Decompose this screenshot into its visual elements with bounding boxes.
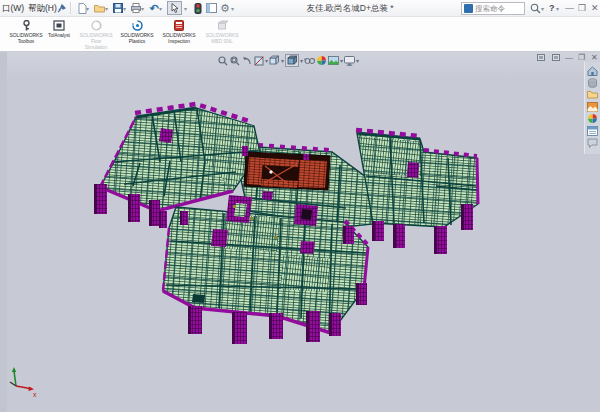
home-tab-icon[interactable] [587, 65, 599, 76]
zoom-area-icon[interactable] [229, 55, 240, 66]
custom-properties-tab-icon[interactable] [587, 125, 599, 136]
doc-minimize-button[interactable]: — [565, 53, 573, 62]
solidworks-window: 口(W) 帮助(H) ▾ ▾ ▾ ▾ ↶ ▾ ▾ ⚙ ▾ 友佳.欧尚 [0, 0, 600, 412]
view-orientation-icon[interactable] [269, 55, 280, 66]
cm-button-inspection[interactable]: SOLIDWORKSInspection [156, 19, 202, 50]
search-magnifier-icon[interactable] [529, 2, 541, 14]
select-tool-active[interactable] [167, 1, 182, 15]
edit-appearance-icon[interactable] [316, 55, 327, 66]
cm-button-solidworks-toolbox[interactable]: SOLIDWORKSToolbox [5, 19, 47, 50]
solidworks-search-icon [464, 4, 473, 13]
view-settings-icon[interactable] [344, 55, 355, 66]
previous-view-icon[interactable] [241, 55, 252, 66]
forum-tab-icon[interactable] [587, 137, 599, 148]
menu-window[interactable]: 口(W) [2, 3, 24, 15]
open-file-icon[interactable] [93, 2, 105, 14]
cm-button-tolanalyst[interactable]: TolAnalyst [42, 19, 76, 50]
minimize-button[interactable]: — [565, 3, 574, 13]
tolanalyst-icon [42, 19, 76, 31]
coordinate-triad: x [6, 364, 46, 398]
toolbar-separator [70, 2, 71, 14]
section-view-icon[interactable] [253, 55, 264, 66]
flow-simulation-icon [74, 19, 118, 31]
plastics-icon [116, 19, 158, 31]
inspection-icon [156, 19, 202, 31]
command-manager: SOLIDWORKSToolbox TolAnalyst SOLIDWORKSF… [0, 17, 600, 52]
menu-help[interactable]: 帮助(H) [28, 3, 57, 15]
heads-up-toolbar: ▾ ▾ ▾ ▾ ▾ [217, 54, 359, 67]
cm-button-mbd-snl: SOLIDWORKSMBD SNL [200, 19, 244, 50]
restore-button[interactable]: ❐ [578, 3, 586, 13]
cm-button-flow-simulation: SOLIDWORKSFlowSimulation [74, 19, 118, 50]
pin-icon[interactable] [55, 2, 67, 14]
view-palette-tab-icon[interactable] [587, 101, 599, 112]
search-placeholder: 搜索命令 [475, 4, 505, 14]
mbd-snl-icon [200, 19, 244, 31]
doc-restore-button[interactable]: ❐ [578, 53, 585, 62]
apply-scene-icon[interactable] [328, 55, 339, 66]
cm-button-plastics[interactable]: SOLIDWORKSPlastics [116, 19, 158, 50]
task-pane-tabs [584, 62, 600, 154]
options-panel-icon[interactable] [205, 2, 217, 14]
file-explorer-tab-icon[interactable] [587, 89, 599, 100]
display-style-icon[interactable] [285, 54, 299, 67]
appearances-tab-icon[interactable] [587, 113, 599, 124]
triad-x-label: x [33, 391, 37, 398]
document-title: 友佳.欧尚名城D+总装 * [290, 3, 410, 15]
toolbox-icon [5, 19, 47, 31]
model-right-wing[interactable] [356, 130, 478, 227]
rebuild-icon[interactable] [192, 2, 204, 14]
title-bar: 口(W) 帮助(H) ▾ ▾ ▾ ▾ ↶ ▾ ▾ ⚙ ▾ 友佳.欧尚 [0, 0, 600, 17]
close-button[interactable]: ✕ [591, 3, 599, 13]
zoom-fit-icon[interactable] [217, 55, 228, 66]
hide-show-items-icon[interactable] [304, 55, 315, 66]
design-library-tab-icon[interactable] [587, 77, 599, 88]
help-button[interactable]: ? [549, 3, 555, 13]
model-left-wing[interactable] [100, 104, 260, 211]
doc-close-button[interactable]: ✕ [591, 53, 598, 62]
settings-gear-icon[interactable]: ⚙ [219, 2, 231, 14]
search-command-box[interactable]: 搜索命令 [461, 2, 525, 15]
